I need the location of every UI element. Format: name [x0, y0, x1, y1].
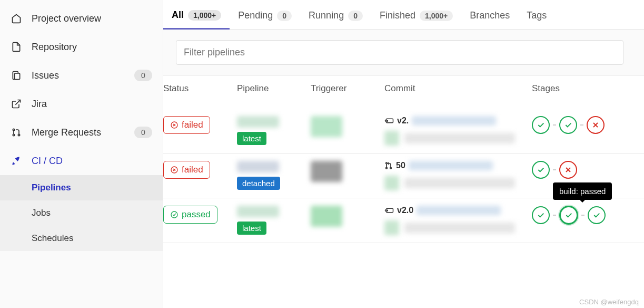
col-commit: Commit [384, 83, 532, 94]
rocket-icon [11, 155, 22, 167]
col-triggerer: Triggerer [311, 83, 384, 94]
tab-label: Finished [380, 10, 415, 21]
pipeline-tag: detached [237, 177, 280, 190]
svg-point-6 [387, 120, 388, 121]
sidebar-item-label: Repository [32, 42, 77, 53]
stage-failed-icon[interactable] [559, 161, 577, 179]
stage-passed-icon[interactable] [532, 161, 550, 179]
svg-point-2 [13, 129, 14, 130]
table-header: Status Pipeline Triggerer Commit Stages [163, 76, 644, 109]
filter-input[interactable] [176, 40, 623, 65]
tab-label: All [172, 9, 184, 21]
file-icon [11, 41, 22, 53]
tab-label: Running [309, 10, 344, 21]
commit-ref[interactable]: v2.0 [397, 206, 413, 215]
commit-ref[interactable]: v2. [397, 116, 409, 126]
pipeline-tabs: All1,000+ Pending0 Running0 Finished1,00… [163, 0, 644, 30]
issues-icon [11, 70, 22, 81]
pipeline-tag: latest [237, 222, 266, 235]
sidebar-item-label: Project overview [32, 13, 101, 24]
sidebar: Project overview Repository Issues 0 Jir… [0, 0, 163, 308]
status-badge-failed[interactable]: failed [163, 161, 210, 179]
sidebar-item-repository[interactable]: Repository [0, 33, 163, 61]
commit-msg-redacted [404, 178, 515, 188]
sidebar-item-cicd[interactable]: CI / CD [0, 147, 163, 175]
stages-group [532, 161, 632, 179]
table-row: failedlatestv2. [163, 109, 644, 153]
status-text: failed [182, 120, 203, 130]
col-stages: Stages [532, 83, 632, 94]
sidebar-item-label: Jira [32, 99, 47, 110]
tab-running[interactable]: Running0 [300, 5, 371, 28]
commit-msg-redacted [404, 223, 515, 233]
stage-connector [580, 124, 583, 126]
commit-avatar-redacted [384, 176, 399, 190]
tab-all[interactable]: All1,000+ [163, 4, 230, 30]
svg-point-12 [387, 210, 388, 211]
svg-point-4 [18, 134, 19, 136]
stage-connector [553, 215, 556, 216]
triggerer-avatar-redacted[interactable] [311, 116, 342, 137]
sidebar-sub-pipelines[interactable]: Pipelines [0, 175, 163, 200]
status-badge-passed[interactable]: passed [163, 206, 217, 224]
merge-icon [11, 127, 22, 138]
stage-passed-icon[interactable] [559, 116, 577, 134]
tab-pending[interactable]: Pending0 [230, 5, 300, 28]
sidebar-item-issues[interactable]: Issues 0 [0, 61, 163, 90]
main-content: All1,000+ Pending0 Running0 Finished1,00… [163, 0, 644, 308]
merge-request-icon [384, 161, 393, 170]
tab-tags[interactable]: Tags [518, 5, 555, 28]
sidebar-item-merge-requests[interactable]: Merge Requests 0 [0, 118, 163, 147]
tag-icon [384, 117, 394, 124]
mr-badge: 0 [134, 127, 152, 138]
issues-badge: 0 [134, 70, 152, 81]
triggerer-avatar-redacted[interactable] [311, 206, 342, 227]
table-row: passedlatestv2.0build: passed [163, 198, 644, 243]
tab-label: Tags [527, 10, 547, 21]
pipeline-tag: latest [237, 132, 266, 145]
sidebar-item-label: Issues [32, 70, 59, 81]
svg-point-8 [386, 162, 388, 164]
triggerer-avatar-redacted[interactable] [311, 161, 342, 182]
sidebar-submenu: Pipelines Jobs Schedules [0, 175, 163, 251]
watermark: CSDN @weifengdq [579, 298, 639, 306]
tab-count: 0 [348, 11, 363, 21]
tab-finished[interactable]: Finished1,000+ [371, 5, 461, 28]
pipeline-id-redacted[interactable] [237, 206, 279, 217]
home-icon [11, 13, 22, 24]
sidebar-sub-schedules[interactable]: Schedules [0, 226, 163, 251]
status-text: failed [182, 165, 203, 175]
status-badge-failed[interactable]: failed [163, 116, 210, 134]
svg-point-10 [390, 167, 392, 169]
filter-bar [163, 30, 644, 76]
external-link-icon [11, 98, 22, 110]
pipeline-id-redacted[interactable] [237, 116, 279, 128]
stages-group: build: passed [532, 206, 632, 225]
svg-point-11 [171, 211, 177, 218]
stage-passed-icon[interactable] [532, 116, 550, 134]
tab-count: 1,000+ [188, 10, 221, 21]
col-pipeline: Pipeline [237, 83, 311, 94]
svg-point-9 [386, 167, 388, 169]
commit-ref-redacted [409, 161, 493, 170]
commit-msg-redacted [404, 133, 515, 143]
sidebar-item-label: Merge Requests [32, 127, 101, 138]
stage-passed-icon[interactable] [559, 206, 578, 225]
pipeline-id-redacted[interactable] [237, 161, 279, 172]
commit-ref[interactable]: 50 [396, 161, 405, 170]
stage-failed-icon[interactable] [587, 116, 605, 134]
stage-passed-icon[interactable] [588, 206, 606, 224]
sidebar-item-overview[interactable]: Project overview [0, 4, 163, 33]
status-text: passed [182, 209, 211, 220]
col-status: Status [163, 83, 237, 94]
tab-branches[interactable]: Branches [461, 5, 518, 28]
svg-point-3 [13, 134, 14, 136]
tab-label: Pending [238, 10, 273, 21]
stage-passed-icon[interactable] [532, 206, 550, 224]
sidebar-item-jira[interactable]: Jira [0, 90, 163, 118]
commit-ref-redacted [417, 206, 501, 215]
commit-avatar-redacted [384, 131, 399, 146]
stage-connector [553, 124, 556, 126]
sidebar-sub-jobs[interactable]: Jobs [0, 200, 163, 226]
sidebar-item-label: CI / CD [32, 156, 63, 167]
